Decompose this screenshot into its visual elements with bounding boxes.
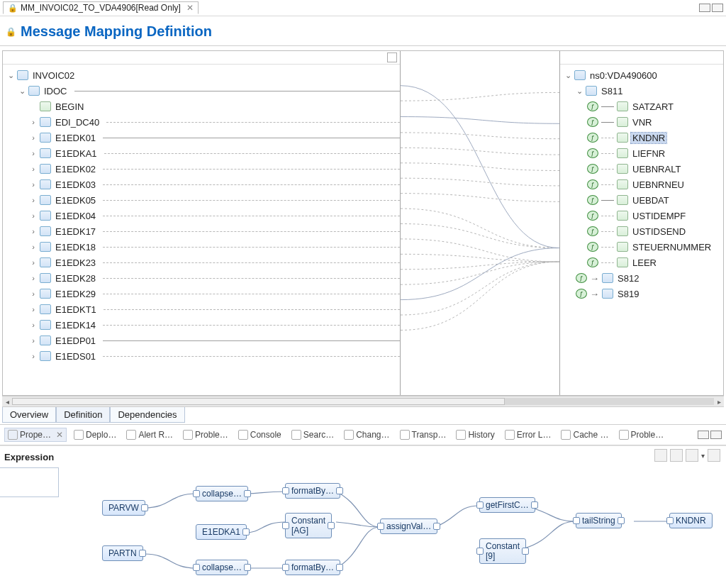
tree-node[interactable]: ›E1EDKT1 [30, 301, 400, 317]
editor-tab-active[interactable]: 🔒 MM_INVOIC02_TO_VDA4906[Read Only] ✕ [3, 1, 199, 14]
tree-node[interactable]: ›E1EDK01 [30, 130, 400, 145]
tree-node[interactable]: ›E1EDK17 [30, 223, 400, 239]
tree-node[interactable]: ›EDI_DC40 [30, 114, 400, 130]
map-tabbar: OverviewDefinitionDependencies [2, 406, 724, 423]
expr-node-tailstring[interactable]: tailString [576, 513, 622, 528]
view-icon [126, 430, 136, 440]
expr-node-constant-9[interactable]: Constant [9] [479, 538, 526, 564]
map-tab-dependencies[interactable]: Dependencies [110, 407, 184, 423]
tree-node[interactable]: ›E1EDK28 [30, 270, 400, 286]
close-icon[interactable]: ✕ [186, 3, 194, 13]
tree-node[interactable]: ⌄ns0:VDA490600 [564, 67, 723, 83]
tree-node[interactable]: ›E1EDK29 [30, 286, 400, 301]
expression-toolbar: ▾ [654, 449, 720, 462]
tree-node[interactable]: BEGIN [30, 99, 400, 114]
tree-node[interactable]: ƒ→S819 [576, 286, 723, 301]
tree-node[interactable]: ›E1EDK18 [30, 239, 400, 255]
fx-icon: ƒ [587, 164, 598, 174]
fx-icon: ƒ [587, 242, 598, 252]
tree-node[interactable]: ›E1EDK04 [30, 208, 400, 223]
tree-node[interactable]: ›E1EDK05 [30, 192, 400, 208]
view-icon [344, 430, 354, 440]
toolbar-button[interactable] [708, 449, 720, 462]
tree-node[interactable]: ƒUEBDAT [587, 192, 723, 208]
close-icon[interactable]: ✕ [56, 430, 63, 440]
views-minimize-button[interactable] [698, 431, 709, 439]
tree-node[interactable]: ›E1EDK02 [30, 161, 400, 177]
tree-node[interactable]: ƒUEBNRALT [587, 161, 723, 177]
tree-node[interactable]: ›E1EDP01 [30, 333, 400, 348]
fx-icon: ƒ [587, 133, 598, 143]
expr-node-collapse1[interactable]: collapse… [196, 486, 248, 501]
target-tree[interactable]: ⌄ns0:VDA490600⌄S811ƒSATZARTƒVNRƒKNDNRƒLI… [560, 65, 723, 301]
scroll-left-icon[interactable]: ◂ [2, 396, 12, 406]
tree-node[interactable]: ƒ→S812 [576, 270, 723, 286]
tree-node[interactable]: ƒUEBNRNEU [587, 177, 723, 192]
source-tree[interactable]: ⌄INVOIC02⌄IDOCBEGIN›EDI_DC40›E1EDK01›E1E… [3, 65, 400, 364]
toolbar-button[interactable] [686, 449, 698, 462]
view-tab[interactable]: History [453, 428, 497, 441]
expr-node-partn[interactable]: PARTN [102, 545, 143, 561]
expr-node-constant-ag[interactable]: Constant [AG] [285, 513, 332, 538]
minimize-button[interactable] [699, 4, 710, 12]
view-tab[interactable]: Proble… [180, 428, 231, 441]
expr-node-assign[interactable]: assignVal… [380, 518, 437, 534]
tree-node[interactable]: ƒKNDNR [587, 130, 723, 145]
expr-node-parvw[interactable]: PARVW [102, 500, 145, 516]
view-tab[interactable]: Proble… [616, 428, 667, 441]
tree-node[interactable]: ›E1EDKA1 [30, 145, 400, 161]
lock-icon: 🔒 [8, 4, 18, 13]
view-tab[interactable]: Alert R… [123, 428, 176, 441]
horizontal-scrollbar[interactable]: ◂ ▸ [2, 396, 724, 406]
view-tab[interactable]: Error L… [502, 428, 554, 441]
tree-node[interactable]: ›E1EDK23 [30, 255, 400, 270]
mapping-split: ⌄INVOIC02⌄IDOCBEGIN›EDI_DC40›E1EDK01›E1E… [2, 50, 724, 396]
fx-icon: ƒ [587, 195, 598, 205]
view-icon [238, 430, 248, 440]
tree-node[interactable]: ⌄S811 [576, 83, 723, 99]
map-tab-definition[interactable]: Definition [56, 407, 110, 423]
view-tab[interactable]: Transp… [397, 428, 449, 441]
tree-node[interactable]: ƒLEER [587, 255, 723, 270]
tree-node[interactable]: ⌄IDOC [18, 83, 400, 99]
views-strip: Prope…✕Deplo…Alert R…Proble…ConsoleSearc… [0, 424, 726, 445]
view-icon [291, 430, 301, 440]
tree-node[interactable]: ƒLIEFNR [587, 145, 723, 161]
tree-node[interactable]: ƒUSTIDEMPF [587, 208, 723, 223]
views-maximize-button[interactable] [710, 431, 722, 439]
source-tree-pane: ⌄INVOIC02⌄IDOCBEGIN›EDI_DC40›E1EDK01›E1E… [3, 51, 401, 395]
view-tab[interactable]: Cache … [558, 428, 611, 441]
fx-icon: ƒ [587, 148, 598, 158]
tree-node[interactable]: ƒSTEUERNUMMER [587, 239, 723, 255]
scroll-right-icon[interactable]: ▸ [714, 396, 724, 406]
tree-node[interactable]: ƒUSTIDSEND [587, 223, 723, 239]
chevron-down-icon[interactable]: ▾ [701, 452, 705, 460]
tree-node[interactable]: ›E1EDK03 [30, 177, 400, 192]
map-tab-overview[interactable]: Overview [2, 407, 56, 423]
tree-node[interactable]: ›E1EDS01 [30, 348, 400, 364]
expression-canvas[interactable]: PARVW PARTN collapse… E1EDKA1 collapse… … [0, 469, 726, 588]
expr-node-collapse2[interactable]: collapse… [196, 560, 248, 575]
view-tab[interactable]: Chang… [341, 428, 392, 441]
toolbar-button[interactable] [670, 449, 683, 462]
editor-tabbar: 🔒 MM_INVOIC02_TO_VDA4906[Read Only] ✕ [0, 0, 726, 16]
toolbar-button[interactable] [654, 449, 667, 462]
view-tab[interactable]: Prope…✕ [4, 428, 67, 442]
view-tab[interactable]: Console [235, 428, 284, 441]
expr-node-format1[interactable]: formatBy… [285, 483, 340, 499]
expr-node-getfirst[interactable]: getFirstC… [479, 497, 535, 513]
expression-wires [0, 469, 726, 588]
maximize-button[interactable] [712, 4, 723, 12]
tree-node[interactable]: ƒVNR [587, 114, 723, 130]
expr-node-format2[interactable]: formatBy… [285, 560, 340, 575]
doc-icon[interactable] [387, 52, 397, 62]
expr-node-e1edka1[interactable]: E1EDKA1 [196, 524, 247, 540]
expr-node-output[interactable]: KNDNR [669, 513, 713, 528]
view-icon [619, 430, 629, 440]
view-tab[interactable]: Searc… [289, 428, 337, 441]
tree-node[interactable]: ›E1EDK14 [30, 317, 400, 333]
tree-node[interactable]: ƒSATZART [587, 99, 723, 114]
lock-icon: 🔒 [6, 27, 16, 37]
view-tab[interactable]: Deplo… [71, 428, 119, 441]
tree-node[interactable]: ⌄INVOIC02 [7, 67, 400, 83]
